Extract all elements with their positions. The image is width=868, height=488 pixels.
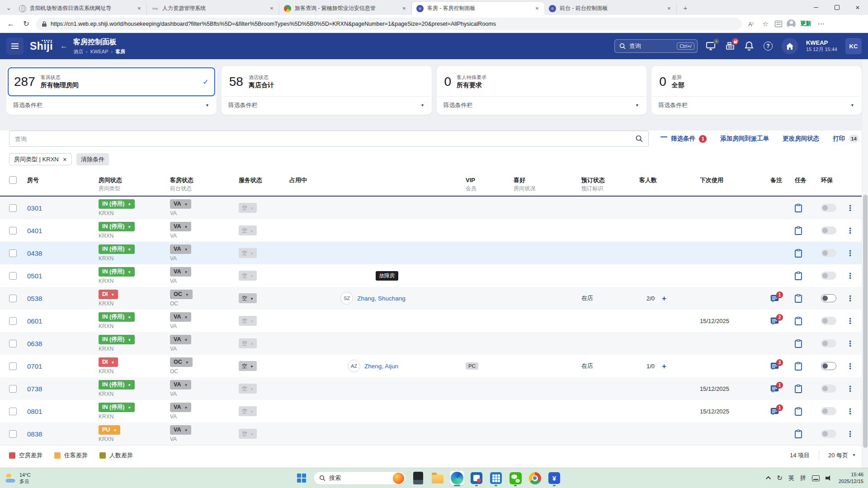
room-status-badge[interactable]: DI	[99, 357, 118, 367]
service-status-badge[interactable]: 空	[239, 271, 257, 281]
eco-toggle[interactable]	[821, 249, 836, 257]
change-room-status-button[interactable]: 更改房间状态	[783, 135, 819, 143]
add-guest-button[interactable]	[662, 362, 666, 370]
notes-icon[interactable]: 1	[770, 295, 779, 302]
room-status-badge[interactable]: IN (停用)	[99, 403, 135, 412]
language-indicator-pinyin[interactable]: 拼	[800, 474, 806, 482]
col-occupied[interactable]: 占用中	[289, 176, 307, 185]
filter-button[interactable]: 筛选条件 1	[660, 135, 707, 143]
browser-update-button[interactable]: 更新	[800, 20, 811, 28]
read-aloud-icon[interactable]	[746, 20, 756, 28]
language-indicator-en[interactable]: 英	[788, 474, 794, 482]
tab-close-icon[interactable]	[136, 5, 143, 12]
app-blue-red-taskbar-button[interactable]	[469, 471, 484, 485]
task-clipboard-icon[interactable]	[795, 249, 802, 258]
fo-status-badge[interactable]: OC	[170, 357, 193, 367]
service-status-badge[interactable]: 空	[239, 293, 257, 303]
fo-status-badge[interactable]: VA	[170, 222, 191, 231]
room-status-badge[interactable]: DI	[99, 290, 118, 299]
col-room[interactable]: 房号	[27, 176, 39, 185]
finance-app-taskbar-button[interactable]	[547, 471, 561, 485]
tab-close-icon[interactable]	[268, 5, 275, 12]
room-search-field[interactable]	[9, 131, 649, 147]
minimize-button[interactable]	[806, 0, 826, 15]
room-number-link[interactable]: 0501	[27, 272, 42, 280]
room-type-filter-chip[interactable]: 房间类型 | KRXN	[9, 153, 72, 165]
task-clipboard-icon[interactable]	[795, 204, 802, 212]
speaker-icon[interactable]	[826, 475, 833, 481]
scrollbar[interactable]	[862, 59, 868, 468]
scrollbar-thumb[interactable]	[863, 195, 868, 448]
notes-icon[interactable]: 3	[770, 362, 779, 370]
eco-toggle[interactable]	[821, 317, 836, 325]
row-checkbox[interactable]	[9, 408, 17, 415]
eco-toggle[interactable]	[821, 294, 836, 302]
col-service[interactable]: 服务状态	[239, 176, 262, 185]
col-tasks[interactable]: 任务	[795, 176, 807, 185]
service-status-badge[interactable]: 空	[239, 203, 257, 213]
refresh-icon[interactable]: ↻	[21, 19, 32, 28]
print-button[interactable]: 打印 14	[833, 135, 859, 143]
property-block[interactable]: KWEAP 15 12月 15:44	[806, 39, 837, 53]
fo-status-badge[interactable]: VA	[170, 335, 191, 344]
workstation-button[interactable]	[706, 41, 717, 52]
service-status-badge[interactable]: 空	[239, 361, 257, 371]
col-hk-status[interactable]: 客房状态	[170, 176, 193, 185]
room-number-link[interactable]: 0738	[27, 385, 42, 393]
row-menu-icon[interactable]	[846, 203, 854, 213]
col-guests[interactable]: 客人数	[639, 176, 657, 185]
card-filter-bar[interactable]: 筛选条件栏	[651, 97, 862, 115]
page-size-select[interactable]: 20 每页	[828, 451, 856, 460]
fo-status-badge[interactable]: VA	[170, 425, 191, 435]
col-resv[interactable]: 预订状态	[581, 176, 605, 185]
fo-status-badge[interactable]: OC	[170, 290, 193, 299]
chrome-taskbar-button[interactable]	[528, 471, 542, 485]
room-status-badge[interactable]: IN (停用)	[99, 222, 135, 231]
row-menu-icon[interactable]	[846, 407, 854, 416]
room-status-badge[interactable]: IN (停用)	[99, 380, 135, 389]
eco-toggle[interactable]	[821, 226, 836, 235]
fo-status-badge[interactable]: VA	[170, 267, 191, 277]
room-number-link[interactable]: 0438	[27, 249, 42, 257]
eco-toggle[interactable]	[821, 272, 836, 280]
app-grid-taskbar-button[interactable]	[489, 471, 503, 485]
global-search-input[interactable]: 查询 Ctrl+/	[614, 39, 698, 53]
home-button[interactable]	[782, 38, 798, 54]
row-menu-icon[interactable]	[846, 226, 854, 235]
service-status-badge[interactable]: 空	[239, 316, 257, 326]
col-vip[interactable]: VIP	[466, 176, 475, 185]
row-checkbox[interactable]	[9, 249, 17, 257]
service-status-badge[interactable]: 空	[239, 429, 257, 439]
guest-name-link[interactable]: Zheng, Aijun	[364, 363, 398, 370]
fo-status-badge[interactable]: VA	[170, 380, 191, 389]
task-clipboard-icon[interactable]	[795, 317, 802, 325]
service-status-badge[interactable]: 空	[239, 406, 257, 416]
wechat-taskbar-button[interactable]	[508, 471, 523, 485]
fo-status-badge[interactable]: VA	[170, 244, 191, 254]
service-status-badge[interactable]: 空	[239, 384, 257, 394]
new-tab-button[interactable]	[679, 2, 691, 14]
tab-search-icon[interactable]	[3, 2, 14, 14]
room-status-badge[interactable]: IN (停用)	[99, 335, 135, 344]
col-pref[interactable]: 喜好	[514, 176, 525, 185]
row-menu-icon[interactable]	[846, 271, 854, 281]
browser-tab[interactable]: 前台 - 前台控制面板	[544, 2, 677, 15]
add-guest-button[interactable]	[662, 295, 666, 302]
summary-card-top[interactable]: 0差异全部	[653, 67, 860, 96]
summary-card-top[interactable]: 0客人特殊要求所有要求	[438, 67, 646, 96]
collections-icon[interactable]	[775, 21, 782, 27]
room-number-link[interactable]: 0301	[27, 204, 42, 212]
breadcrumb-hotel[interactable]: 酒店	[73, 48, 83, 55]
room-number-link[interactable]: 0701	[27, 362, 42, 370]
room-number-link[interactable]: 0538	[27, 295, 42, 302]
card-filter-bar[interactable]: 筛选条件栏	[6, 97, 217, 115]
eco-toggle[interactable]	[821, 407, 836, 415]
service-status-badge[interactable]: 空	[239, 225, 257, 235]
touch-keyboard-icon[interactable]	[812, 475, 820, 481]
room-status-badge[interactable]: IN (停用)	[99, 244, 135, 254]
col-notes[interactable]: 备注	[770, 176, 782, 185]
col-room-status[interactable]: 房间状态	[99, 176, 122, 185]
col-eco[interactable]: 环保	[821, 176, 833, 185]
weather-widget[interactable]: 14°C 多云	[5, 468, 31, 488]
fo-status-badge[interactable]: VA	[170, 199, 191, 209]
